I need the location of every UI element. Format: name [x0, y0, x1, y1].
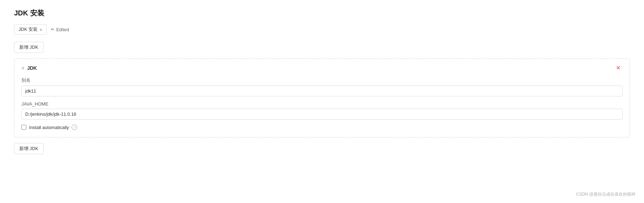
jdk-card-title-group: ≡ JDK — [21, 65, 37, 71]
jdk-card-title: JDK — [27, 65, 37, 71]
alias-input[interactable] — [21, 86, 623, 96]
edited-status: ✏ Edited — [51, 27, 69, 32]
install-auto-row: Install automatically ? — [21, 124, 623, 130]
jdk-card-header: ≡ JDK ✕ — [21, 65, 623, 72]
add-jdk-bottom-button[interactable]: 新增 JDK — [14, 143, 44, 154]
page-title: JDK 安装 — [14, 8, 630, 18]
jdk-card: ≡ JDK ✕ 别名 JAVA_HOME Install automatical… — [14, 59, 630, 137]
java-home-field-group: JAVA_HOME — [21, 101, 623, 120]
breadcrumb-button[interactable]: JDK 安装 ∧ — [14, 24, 47, 35]
edited-text: Edited — [56, 27, 69, 32]
add-jdk-top-button[interactable]: 新增 JDK — [14, 42, 44, 53]
alias-field-group: 别名 — [21, 77, 623, 96]
content-area: 新增 JDK ≡ JDK ✕ 别名 JAVA_HOME Install auto… — [14, 42, 630, 160]
chevron-up-icon: ∧ — [40, 28, 42, 32]
page-container: JDK 安装 JDK 安装 ∧ ✏ Edited 新增 JDK ≡ JDK ✕ … — [0, 0, 644, 168]
help-icon[interactable]: ? — [72, 124, 77, 130]
java-home-input[interactable] — [21, 109, 623, 120]
breadcrumb-label: JDK 安装 — [19, 26, 38, 33]
install-auto-label: Install automatically — [29, 125, 69, 130]
alias-label: 别名 — [21, 77, 623, 83]
pencil-icon: ✏ — [51, 27, 54, 32]
java-home-label: JAVA_HOME — [21, 101, 623, 107]
drag-handle-icon[interactable]: ≡ — [21, 65, 24, 71]
breadcrumb-bar: JDK 安装 ∧ ✏ Edited — [14, 24, 630, 35]
watermark: CSDN @愿你活成你喜欢的模样 — [576, 191, 636, 197]
remove-jdk-button[interactable]: ✕ — [614, 65, 623, 72]
install-auto-checkbox[interactable] — [21, 125, 26, 130]
